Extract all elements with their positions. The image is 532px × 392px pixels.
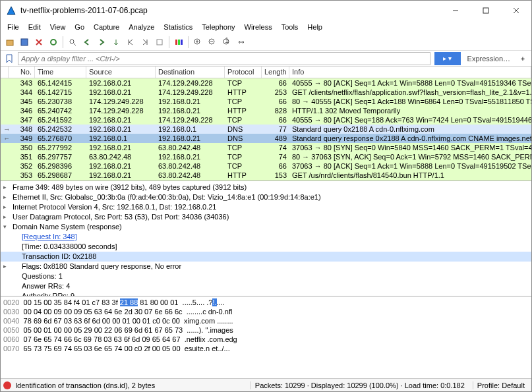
tb-close-icon[interactable] bbox=[32, 36, 45, 49]
close-button[interactable] bbox=[501, 1, 531, 20]
menu-file[interactable]: File bbox=[3, 22, 23, 32]
tb-open-icon[interactable] bbox=[3, 36, 16, 49]
svg-rect-4 bbox=[7, 40, 13, 45]
apply-filter-button[interactable]: ▸ ▾ bbox=[434, 52, 461, 65]
menu-capture[interactable]: Capture bbox=[90, 22, 123, 32]
packet-list-header: No. Time Source Destination Protocol Len… bbox=[1, 67, 531, 78]
detail-line[interactable]: Frame 349: 489 bytes on wire (3912 bits)… bbox=[1, 182, 531, 192]
packet-row[interactable]: 34565.230738174.129.249.228192.168.0.21T… bbox=[1, 97, 531, 106]
titlebar: tv-netflix-problems-2011-07-06.pcap bbox=[1, 1, 531, 20]
packet-row[interactable]: 35065.277992192.168.0.2163.80.242.48TCP7… bbox=[1, 143, 531, 152]
svg-point-8 bbox=[51, 40, 56, 45]
status-field: Identification of transaction (dns.id), … bbox=[15, 381, 155, 389]
svg-rect-16 bbox=[181, 40, 183, 45]
hex-line[interactable]: 0050 05 00 01 00 00 05 29 00 22 06 69 6d… bbox=[3, 325, 529, 335]
menu-analyze[interactable]: Analyze bbox=[125, 22, 158, 32]
hex-line[interactable]: 0060 07 6e 65 74 66 6c 69 78 03 63 6f 6d… bbox=[3, 335, 529, 344]
menu-wireless[interactable]: Wireless bbox=[241, 22, 276, 32]
col-time[interactable]: Time bbox=[35, 67, 86, 78]
statusbar: Identification of transaction (dns.id), … bbox=[1, 378, 531, 391]
tb-back-icon[interactable] bbox=[80, 36, 94, 49]
tb-resize-icon[interactable] bbox=[235, 36, 248, 49]
packet-row[interactable]: ←34965.276870192.168.0.1192.168.0.21DNS4… bbox=[1, 134, 531, 143]
svg-rect-5 bbox=[21, 39, 28, 45]
tb-first-icon[interactable] bbox=[124, 36, 137, 49]
display-filter-input[interactable] bbox=[18, 52, 430, 65]
bookmark-icon[interactable] bbox=[3, 53, 15, 65]
tb-jump-icon[interactable] bbox=[109, 36, 123, 49]
maximize-button[interactable] bbox=[471, 1, 501, 20]
packet-row[interactable]: 35465.31873063.80.242.48192.168.0.21TCP6… bbox=[1, 180, 531, 181]
detail-line[interactable]: Authority RRs: 9 bbox=[1, 291, 531, 296]
tb-colorize-icon[interactable] bbox=[172, 36, 185, 49]
detail-line[interactable]: Domain Name System (response) bbox=[1, 222, 531, 232]
add-filter-button[interactable]: + bbox=[517, 55, 529, 63]
hex-line[interactable]: 0040 78 69 6d 67 03 63 6f 6d 00 00 01 00… bbox=[3, 316, 529, 325]
detail-line[interactable]: Questions: 1 bbox=[1, 271, 531, 281]
tb-zoomin-icon[interactable] bbox=[191, 36, 204, 49]
tb-zoom100-icon[interactable]: 1 bbox=[220, 36, 233, 49]
packet-row[interactable]: 34465.142715192.168.0.21174.129.249.228H… bbox=[1, 88, 531, 97]
col-protocol[interactable]: Protocol bbox=[225, 67, 262, 78]
menu-statistics[interactable]: Statistics bbox=[160, 22, 196, 32]
expert-info-icon[interactable] bbox=[3, 381, 11, 389]
hex-line[interactable]: 0070 65 73 75 69 74 65 03 6e 65 74 00 c0… bbox=[3, 344, 529, 353]
packet-details-pane[interactable]: Frame 349: 489 bytes on wire (3912 bits)… bbox=[1, 181, 531, 296]
svg-line-10 bbox=[74, 43, 76, 45]
col-source[interactable]: Source bbox=[86, 67, 156, 78]
tb-save-icon[interactable] bbox=[18, 36, 31, 49]
detail-line[interactable]: Answer RRs: 4 bbox=[1, 281, 531, 291]
menu-telephony[interactable]: Telephony bbox=[198, 22, 239, 32]
tb-last-icon[interactable] bbox=[138, 36, 152, 49]
menu-help[interactable]: Help bbox=[303, 22, 326, 32]
minimize-button[interactable] bbox=[440, 1, 471, 20]
col-destination[interactable]: Destination bbox=[156, 67, 225, 78]
packet-row[interactable]: 34765.241592192.168.0.21174.129.249.228T… bbox=[1, 115, 531, 125]
hex-line[interactable]: 0020 00 15 00 35 84 f4 01 c7 83 3f 21 88… bbox=[3, 298, 529, 307]
packet-row[interactable]: 35365.298687192.168.0.2163.80.242.48HTTP… bbox=[1, 171, 531, 180]
col-length[interactable]: Length bbox=[262, 67, 289, 78]
tb-reload-icon[interactable] bbox=[47, 36, 60, 49]
filter-toolbar: ▸ ▾ Expression… + bbox=[1, 51, 531, 67]
packet-row[interactable]: →34865.242532192.168.0.21192.168.0.1DNS7… bbox=[1, 125, 531, 134]
svg-text:1: 1 bbox=[225, 38, 229, 44]
tb-find-icon[interactable] bbox=[66, 36, 79, 49]
menu-edit[interactable]: Edit bbox=[24, 22, 45, 32]
menubar: FileEditViewGoCaptureAnalyzeStatisticsTe… bbox=[1, 20, 531, 34]
app-icon bbox=[6, 5, 16, 16]
menu-go[interactable]: Go bbox=[71, 22, 88, 32]
tb-zoomout-icon[interactable] bbox=[206, 36, 219, 49]
detail-line[interactable]: [Request In: 348] bbox=[1, 232, 531, 242]
detail-line[interactable]: User Datagram Protocol, Src Port: 53 (53… bbox=[1, 212, 531, 222]
svg-point-9 bbox=[70, 40, 74, 43]
packet-row[interactable]: 35165.29775763.80.242.48192.168.0.21TCP7… bbox=[1, 152, 531, 161]
packet-list-pane: No. Time Source Destination Protocol Len… bbox=[1, 67, 531, 181]
packet-row[interactable]: 34365.142415192.168.0.21174.129.249.228T… bbox=[1, 78, 531, 88]
packet-bytes-pane[interactable]: 0020 00 15 00 35 84 f4 01 c7 83 3f 21 88… bbox=[1, 296, 531, 378]
menu-tools[interactable]: Tools bbox=[278, 22, 303, 32]
col-info[interactable]: Info bbox=[289, 67, 531, 78]
status-packets: Packets: 10299 · Displayed: 10299 (100.0… bbox=[251, 381, 469, 389]
detail-line[interactable]: Flags: 0x8180 Standard query response, N… bbox=[1, 262, 531, 271]
svg-rect-1 bbox=[483, 8, 488, 13]
window-title: tv-netflix-problems-2011-07-06.pcap bbox=[20, 6, 440, 15]
status-profile[interactable]: Profile: Default bbox=[473, 381, 529, 389]
packet-row[interactable]: 35265.298396192.168.0.2163.80.242.48TCP6… bbox=[1, 161, 531, 171]
packet-row[interactable]: 34665.240742174.129.249.228192.168.0.21H… bbox=[1, 106, 531, 115]
svg-rect-13 bbox=[157, 40, 162, 45]
tb-autoscroll-icon[interactable] bbox=[153, 36, 166, 49]
svg-rect-15 bbox=[178, 40, 180, 45]
expression-button[interactable]: Expression… bbox=[463, 55, 514, 63]
hex-line[interactable]: 0030 00 04 00 09 00 09 05 63 64 6e 2d 30… bbox=[3, 307, 529, 316]
tb-forward-icon[interactable] bbox=[95, 36, 108, 49]
detail-line[interactable]: Transaction ID: 0x2188 bbox=[1, 252, 531, 262]
detail-line[interactable]: Ethernet II, Src: Globalsc_00:3b:0a (f0:… bbox=[1, 192, 531, 202]
svg-rect-14 bbox=[175, 40, 177, 45]
detail-line[interactable]: [Time: 0.034338000 seconds] bbox=[1, 242, 531, 252]
col-no[interactable]: No. bbox=[9, 67, 35, 78]
toolbar: 1 bbox=[1, 34, 531, 51]
menu-view[interactable]: View bbox=[46, 22, 70, 32]
detail-line[interactable]: Internet Protocol Version 4, Src: 192.16… bbox=[1, 202, 531, 212]
